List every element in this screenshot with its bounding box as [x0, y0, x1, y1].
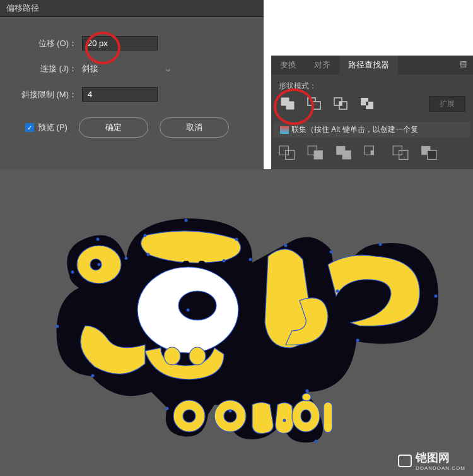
minus-front-button[interactable]	[305, 95, 323, 112]
watermark: 铠图网 DOANDOAN.COM	[398, 450, 465, 471]
svg-rect-4	[339, 102, 342, 105]
svg-point-37	[71, 271, 74, 274]
svg-point-54	[56, 325, 59, 328]
crop-button[interactable]	[364, 145, 380, 159]
svg-point-57	[144, 234, 147, 237]
cancel-button[interactable]: 取消	[160, 117, 229, 138]
svg-point-43	[330, 251, 333, 254]
divide-button[interactable]	[279, 145, 295, 159]
svg-point-55	[98, 263, 101, 266]
check-icon: ✓	[25, 123, 34, 132]
exclude-button[interactable]	[358, 95, 376, 112]
dialog-title: 偏移路径	[0, 0, 264, 17]
svg-point-38	[96, 238, 100, 241]
intersect-button[interactable]	[332, 95, 349, 112]
svg-point-40	[185, 219, 188, 222]
svg-point-60	[147, 253, 150, 256]
svg-point-52	[166, 407, 169, 410]
svg-point-35	[302, 393, 311, 401]
merge-button[interactable]	[336, 145, 352, 159]
svg-rect-36	[324, 402, 332, 432]
miter-label: 斜接限制 (M)：	[13, 89, 82, 100]
tooltip-color-icon	[280, 126, 289, 134]
ok-button[interactable]: 确定	[79, 117, 148, 138]
miter-input[interactable]	[82, 87, 158, 102]
chevron-down-icon: ⌵	[166, 64, 170, 73]
svg-rect-15	[371, 150, 374, 155]
tab-align[interactable]: 对齐	[305, 56, 339, 74]
watermark-logo-icon	[398, 455, 412, 467]
svg-point-41	[249, 258, 252, 261]
svg-point-45	[379, 243, 382, 246]
svg-point-28	[189, 347, 206, 365]
svg-point-53	[91, 374, 95, 378]
svg-point-26	[178, 291, 216, 320]
svg-point-27	[164, 347, 180, 365]
tab-pathfinder[interactable]: 路径查找器	[339, 56, 398, 74]
svg-point-47	[356, 339, 359, 342]
trim-button[interactable]	[307, 145, 324, 159]
offset-path-dialog: 偏移路径 位移 (O)： 连接 (J)： 斜接 ⌵ 斜接限制 (M)： ✓	[0, 0, 264, 169]
svg-point-44	[336, 290, 339, 293]
offset-label: 位移 (O)：	[13, 38, 82, 49]
unite-button[interactable]	[279, 95, 296, 112]
svg-point-42	[284, 244, 288, 247]
unite-tooltip: 联集（按住 Alt 键单击，以创建一个复	[274, 122, 470, 138]
preview-checkbox[interactable]: ✓ 预览 (P)	[25, 122, 67, 133]
join-label: 连接 (J)：	[13, 63, 82, 74]
svg-rect-13	[342, 150, 351, 159]
svg-point-50	[283, 419, 286, 422]
svg-rect-11	[314, 150, 323, 159]
svg-point-48	[306, 390, 309, 393]
join-select[interactable]: 斜接 ⌵	[82, 63, 170, 74]
illustration-artwork[interactable]	[35, 190, 438, 455]
expand-button[interactable]: 扩展	[429, 96, 465, 112]
tab-transform[interactable]: 变换	[271, 56, 305, 74]
svg-point-49	[315, 440, 318, 443]
svg-rect-1	[313, 102, 320, 109]
svg-point-30	[183, 410, 196, 422]
svg-point-51	[229, 410, 232, 413]
pathfinder-panel: 变换 对齐 路径查找器 ▤ 形状模式： 扩展 联集（按住 Alt 键单击，以创建…	[271, 56, 473, 169]
artboard-canvas[interactable]: 铠图网 DOANDOAN.COM	[0, 169, 473, 476]
shape-modes-label: 形状模式：	[271, 74, 473, 95]
svg-rect-19	[428, 150, 436, 159]
svg-point-58	[235, 238, 238, 241]
svg-point-39	[125, 257, 128, 260]
svg-point-46	[435, 295, 438, 298]
svg-point-59	[223, 259, 226, 263]
minus-back-button[interactable]	[421, 145, 437, 159]
svg-point-56	[187, 309, 190, 312]
offset-input[interactable]	[82, 36, 158, 51]
svg-rect-7	[366, 102, 368, 105]
panel-menu-icon[interactable]: ▤	[453, 56, 473, 74]
svg-point-34	[301, 410, 311, 422]
outline-button[interactable]	[392, 145, 409, 159]
